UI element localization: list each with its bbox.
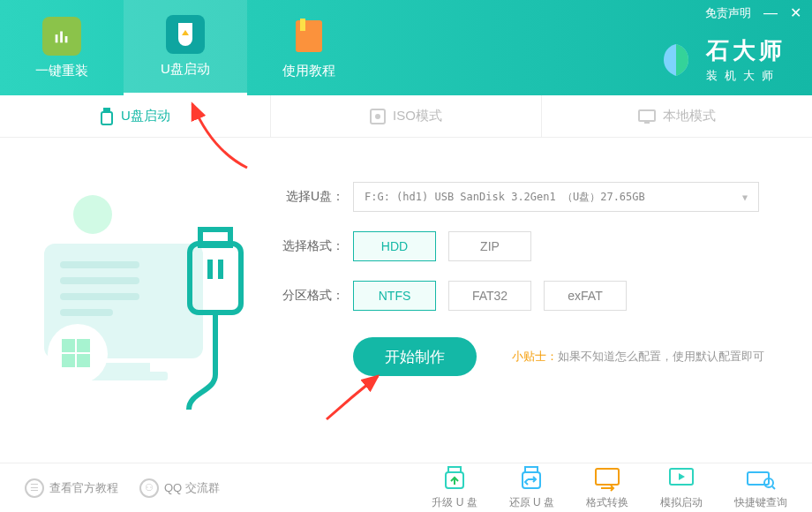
footer-link-label: 查看官方教程 [49,480,118,496]
svg-rect-19 [62,339,75,352]
partition-label: 分区格式： [274,288,344,304]
disk-select[interactable]: F:G: (hd1) USB SanDisk 3.2Gen1 （U盘）27.65… [353,182,759,212]
book-open-icon: ☰ [25,478,44,498]
tab-usb-boot[interactable]: U盘启动 [0,95,271,137]
partition-option-ntfs[interactable]: NTFS [353,281,436,311]
footer-qq-link[interactable]: ⚇ QQ 交流群 [139,478,220,498]
form: 选择U盘： F:G: (hd1) USB SanDisk 3.2Gen1 （U盘… [274,182,786,376]
svg-rect-1 [60,31,63,42]
tool-label: 格式转换 [586,495,628,510]
svg-rect-31 [596,469,619,485]
content: 选择U盘： F:G: (hd1) USB SanDisk 3.2Gen1 （U盘… [0,138,812,463]
tool-upgrade-usb[interactable]: 升级 U 盘 [432,465,477,510]
partition-option-fat32[interactable]: FAT32 [448,281,531,311]
svg-rect-33 [748,472,769,485]
people-icon: ⚇ [139,478,159,498]
bars-icon [52,26,71,46]
nav-label: U盘启动 [161,61,210,78]
illustration [26,164,247,411]
tool-shortcut-query[interactable]: 快捷键查询 [734,465,787,510]
tip: 小贴士：如果不知道怎么配置，使用默认配置即可 [512,349,764,365]
svg-rect-21 [62,354,75,367]
svg-point-8 [375,114,380,119]
shield-usb-icon [175,21,196,48]
mode-tabs: U盘启动 ISO模式 本地模式 [0,95,812,138]
svg-rect-0 [56,34,58,42]
brand: 石大师 装机大师 [657,35,786,84]
svg-rect-4 [300,19,305,31]
start-button[interactable]: 开始制作 [353,337,477,376]
tool-simulate-boot[interactable]: 模拟启动 [660,465,703,510]
nav-reinstall[interactable]: 一键重装 [0,0,124,95]
play-screen-icon [666,465,696,492]
disclaimer-link[interactable]: 免责声明 [705,5,751,21]
tool-restore-usb[interactable]: 还原 U 盘 [509,465,554,510]
svg-rect-20 [77,339,90,352]
book-icon [294,19,324,54]
disk-label: 选择U盘： [274,189,344,205]
tool-format-convert[interactable]: 格式转换 [586,465,628,510]
iso-icon [370,109,386,124]
tab-local-mode[interactable]: 本地模式 [542,95,812,137]
close-button[interactable]: ✕ [790,6,801,20]
svg-rect-15 [60,277,139,284]
tab-iso-mode[interactable]: ISO模式 [271,95,542,137]
nav-label: 一键重装 [35,63,88,79]
nav-label: 使用教程 [282,63,335,79]
nav-usb-boot[interactable]: U盘启动 [124,0,247,95]
tip-label: 小贴士： [512,350,558,363]
tool-label: 快捷键查询 [734,495,787,510]
tab-label: ISO模式 [393,108,442,124]
monitor-icon [638,109,656,124]
format-option-zip[interactable]: ZIP [448,231,531,261]
footer-link-label: QQ 交流群 [164,480,220,496]
brand-subtitle: 装机大师 [706,68,786,84]
partition-option-exfat[interactable]: exFAT [544,281,627,311]
footer: ☰ 查看官方教程 ⚇ QQ 交流群 升级 U 盘 还原 U 盘 格式转换 模拟启… [0,463,812,512]
svg-rect-9 [639,110,655,121]
tool-label: 升级 U 盘 [432,495,477,510]
tab-label: U盘启动 [121,108,170,124]
usb-restore-icon [516,465,546,492]
usb-up-icon [440,465,470,492]
format-label: 选择格式： [274,238,344,254]
svg-rect-26 [218,260,223,279]
svg-rect-24 [200,230,230,245]
tab-label: 本地模式 [663,108,716,124]
nav-tutorial[interactable]: 使用教程 [247,0,371,95]
brand-logo-icon [657,41,695,79]
svg-rect-2 [65,36,68,42]
svg-rect-6 [102,112,112,124]
disk-value: F:G: (hd1) USB SanDisk 3.2Gen1 （U盘）27.65… [365,190,645,205]
keyboard-search-icon [746,465,776,492]
svg-rect-3 [296,20,322,52]
svg-rect-14 [60,261,139,268]
format-option-hdd[interactable]: HDD [353,231,436,261]
footer-tutorial-link[interactable]: ☰ 查看官方教程 [25,478,118,498]
svg-rect-10 [644,121,650,124]
header: 一键重装 U盘启动 使用教程 免责声明 — ✕ 石大师 装机大师 [0,0,812,95]
minimize-button[interactable]: — [763,6,778,20]
usb-icon [100,108,114,125]
tool-label: 模拟启动 [660,495,703,510]
tip-text: 如果不知道怎么配置，使用默认配置即可 [558,350,764,363]
svg-rect-16 [60,293,139,300]
svg-rect-17 [60,309,113,316]
brand-title: 石大师 [706,35,786,66]
tool-label: 还原 U 盘 [509,495,554,510]
svg-rect-25 [207,260,213,279]
convert-icon [592,465,622,492]
svg-rect-22 [77,354,90,367]
